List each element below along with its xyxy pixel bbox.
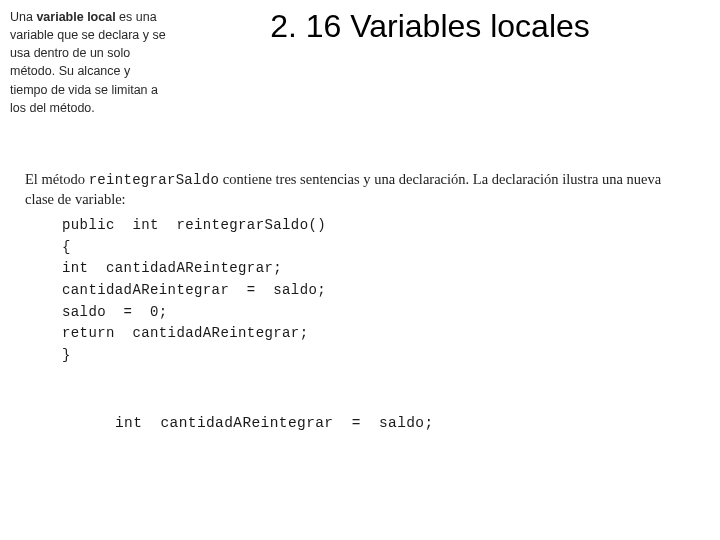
section-heading: 2. 16 Variables locales (0, 8, 720, 45)
code-snippet: int cantidadAReintegrar = saldo; (115, 415, 434, 431)
paragraph-text-1: El método (25, 171, 89, 187)
code-line: public int reintegrarSaldo() (62, 217, 326, 233)
code-line: return cantidadAReintegrar; (62, 325, 308, 341)
code-line: { (62, 239, 71, 255)
code-line: saldo = 0; (62, 304, 168, 320)
code-line: } (62, 347, 71, 363)
code-line: int cantidadAReintegrar; (62, 260, 282, 276)
code-block: public int reintegrarSaldo() { int canti… (62, 215, 326, 367)
inline-code: reintegrarSaldo (89, 172, 220, 188)
code-line: cantidadAReintegrar = saldo; (62, 282, 326, 298)
document-page: Una variable local es una variable que s… (0, 0, 720, 540)
body-paragraph: El método reintegrarSaldo contiene tres … (25, 170, 685, 209)
